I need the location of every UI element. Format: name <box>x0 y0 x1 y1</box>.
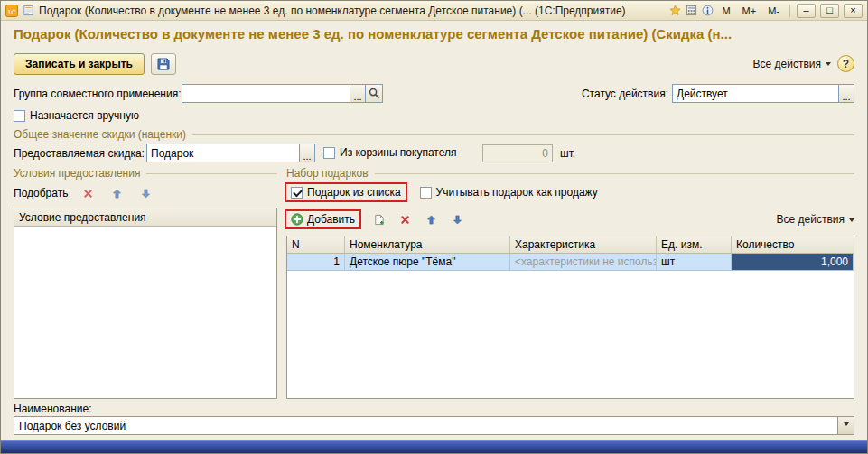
cell-unit[interactable]: шт <box>657 254 732 270</box>
add-copy-button[interactable] <box>369 210 387 228</box>
col-quantity: Количество <box>732 236 854 253</box>
checkbox-box-icon <box>420 187 432 199</box>
gift-from-list-checkbox[interactable]: Подарок из списка <box>291 186 401 199</box>
gift-from-list-label: Подарок из списка <box>307 186 401 199</box>
manual-checkbox-label: Назначается вручную <box>30 109 139 122</box>
section-gifts: Набор подарков <box>286 166 854 180</box>
basket-qty-input <box>482 144 553 162</box>
checkbox-box-icon <box>291 187 303 199</box>
arrow-down-icon <box>141 189 151 199</box>
main-toolbar: Записать и закрыть Все действия ? <box>14 52 854 75</box>
cell-n[interactable]: 1 <box>287 254 345 270</box>
gifts-all-actions-button[interactable]: Все действия <box>777 213 854 226</box>
favorites-star-icon[interactable] <box>669 5 681 16</box>
memory-m-plus-button[interactable]: М+ <box>739 4 761 18</box>
arrow-up-icon <box>426 215 436 225</box>
gifts-table-header: N Номенклатура Характеристика Ед. изм. К… <box>287 236 854 254</box>
app-window: 1С Подарок (Количество в документе не ме… <box>0 0 868 454</box>
gifts-checkbox-row: Подарок из списка Учитывать подарок как … <box>285 181 854 204</box>
info-icon[interactable] <box>702 5 714 16</box>
group-select-button[interactable]: ... <box>350 84 366 103</box>
delete-condition-button[interactable] <box>79 184 97 202</box>
save-and-close-button[interactable]: Записать и закрыть <box>14 53 145 75</box>
basket-checkbox[interactable]: Из корзины покупателя <box>323 146 456 159</box>
window-title: Подарок (Количество в документе не менее… <box>39 5 665 17</box>
magnifier-icon <box>369 88 380 99</box>
all-actions-label: Все действия <box>777 213 845 226</box>
cell-nomenclature[interactable]: Детское пюре "Тёма" <box>345 254 510 270</box>
col-nomenclature: Номенклатура <box>345 236 510 253</box>
cell-characteristic[interactable]: <характеристики не использу... <box>510 254 657 270</box>
annotation-highlight: Добавить <box>285 209 361 229</box>
checkbox-box-icon <box>323 147 335 159</box>
arrow-down-icon <box>453 215 462 225</box>
status-input[interactable] <box>672 84 839 103</box>
col-n: N <box>287 236 345 253</box>
conditions-table[interactable]: Условие предоставления <box>14 208 277 399</box>
annotation-highlight: Подарок из списка <box>285 182 407 202</box>
name-label: Наименование: <box>14 403 92 415</box>
move-gift-up-button[interactable] <box>422 210 440 228</box>
minimize-button[interactable]: – <box>797 4 816 18</box>
cell-quantity[interactable]: 1,000 <box>732 254 854 270</box>
gift-as-sale-checkbox[interactable]: Учитывать подарок как продажу <box>420 186 598 199</box>
app-icon: 1С <box>5 5 18 17</box>
section-discount: Общее значение скидки (наценки) <box>14 127 854 141</box>
calculator-icon[interactable] <box>686 5 697 16</box>
memory-m-button[interactable]: М <box>718 4 733 18</box>
status-select-button[interactable]: ... <box>839 84 854 103</box>
move-condition-down-button[interactable] <box>136 184 154 202</box>
maximize-button[interactable]: □ <box>820 4 839 18</box>
taskbar <box>1 440 867 453</box>
conditions-table-header: Условие предоставления <box>14 208 276 227</box>
delete-gift-button[interactable] <box>396 210 414 228</box>
group-input[interactable] <box>182 84 350 103</box>
col-unit: Ед. изм. <box>657 236 732 253</box>
group-search-button[interactable] <box>366 84 383 103</box>
status-label: Статус действия: <box>582 88 668 100</box>
titlebar: 1С Подарок (Количество в документе не ме… <box>1 1 867 21</box>
name-combobox[interactable] <box>14 416 854 435</box>
close-button[interactable]: × <box>844 4 863 18</box>
discount-row: Предоставляемая скидка: ... Из корзины п… <box>14 144 854 163</box>
table-row[interactable]: 1 Детское пюре "Тёма" <характеристики не… <box>287 254 854 271</box>
discount-input[interactable] <box>146 144 300 162</box>
basket-checkbox-label: Из корзины покупателя <box>340 146 456 159</box>
add-button[interactable]: Добавить <box>291 213 355 226</box>
manual-checkbox[interactable]: Назначается вручную <box>14 109 139 122</box>
manual-row: Назначается вручную <box>14 107 854 127</box>
green-plus-icon <box>291 213 303 226</box>
help-button[interactable]: ? <box>837 55 854 72</box>
save-button[interactable] <box>151 53 176 75</box>
section-conditions: Условия предоставления <box>14 166 277 180</box>
group-status-row: Группа совместного применения: ... Стату… <box>14 84 854 104</box>
section-gifts-title: Набор подарков <box>286 167 369 180</box>
gift-as-sale-label: Учитывать подарок как продажу <box>436 186 598 199</box>
dropdown-arrow-icon <box>844 422 849 429</box>
add-button-label: Добавить <box>307 213 355 226</box>
discount-label: Предоставляемая скидка: <box>14 147 145 160</box>
dropdown-arrow-icon <box>826 62 831 69</box>
conditions-toolbar: Подобрать <box>14 182 277 204</box>
section-discount-title: Общее значение скидки (наценки) <box>14 128 186 141</box>
section-conditions-title: Условия предоставления <box>14 167 140 180</box>
floppy-disk-icon <box>156 57 171 71</box>
move-condition-up-button[interactable] <box>107 184 126 202</box>
arrow-up-icon <box>112 189 122 199</box>
red-x-icon <box>400 215 410 225</box>
copy-page-icon <box>373 214 385 226</box>
group-label: Группа совместного применения: <box>14 88 182 100</box>
move-gift-down-button[interactable] <box>448 210 466 228</box>
name-input[interactable] <box>14 416 838 435</box>
titlebar-separator <box>789 5 790 17</box>
pick-button[interactable]: Подобрать <box>14 187 68 199</box>
document-icon <box>23 5 34 16</box>
discount-select-button[interactable]: ... <box>300 144 315 162</box>
gifts-table[interactable]: N Номенклатура Характеристика Ед. изм. К… <box>286 236 854 399</box>
red-x-icon <box>83 189 93 199</box>
main-all-actions-button[interactable]: Все действия <box>753 58 831 70</box>
name-dropdown-button[interactable] <box>838 416 854 435</box>
memory-m-minus-button[interactable]: М- <box>764 4 783 18</box>
basket-unit-label: шт. <box>560 147 575 160</box>
page-title: Подарок (Количество в документе не менее… <box>14 26 856 42</box>
